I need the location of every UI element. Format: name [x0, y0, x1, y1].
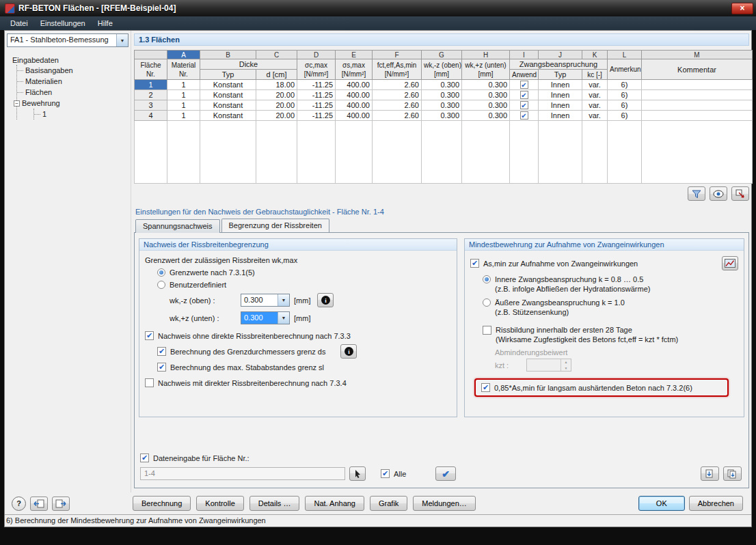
checkbox-icon[interactable]: ✔	[481, 383, 490, 392]
copy-settings-button[interactable]	[701, 466, 719, 481]
radio-icon[interactable]	[483, 275, 491, 283]
column-letter[interactable]: C	[256, 51, 297, 59]
radio-benutzerdefiniert[interactable]: Benutzerdefiniert	[157, 281, 451, 289]
cell-typ[interactable]: Konstant	[200, 111, 256, 121]
tree-item-materialien[interactable]: Materialien	[17, 76, 129, 87]
radio-icon[interactable]	[483, 298, 491, 307]
menu-datei[interactable]: Datei	[4, 18, 34, 29]
radio-icon[interactable]	[157, 268, 165, 277]
checkbox-icon[interactable]	[145, 378, 154, 387]
ok-button[interactable]: OK	[638, 496, 685, 511]
cell-material[interactable]: 1	[167, 111, 200, 121]
column-letter[interactable]: K	[582, 51, 608, 59]
cancel-button[interactable]: Abbrechen	[689, 496, 743, 511]
cell-typ[interactable]: Konstant	[200, 100, 256, 111]
cb-nachweis-ohne-direkte[interactable]: ✔ Nachweis ohne direkte Rissbreitenberec…	[145, 331, 451, 340]
cell-kc[interactable]: var.	[582, 111, 608, 121]
chevron-down-icon[interactable]: ▼	[278, 294, 289, 306]
collapse-icon[interactable]: −	[14, 100, 20, 107]
cell-nr[interactable]: 3	[135, 100, 167, 111]
cell-nr[interactable]: 4	[135, 111, 167, 121]
cb-dateneingabe[interactable]: ✔ Dateneingabe für Fläche Nr.:	[140, 453, 456, 462]
apply-button[interactable]: ✔	[435, 466, 456, 481]
column-letter[interactable]: D	[297, 51, 336, 59]
checkbox-icon[interactable]: ✔	[470, 259, 479, 268]
cell-wkz[interactable]: 0.300	[422, 90, 462, 100]
cb-stababstand[interactable]: ✔ Berechnung des max. Stababstandes gren…	[157, 363, 451, 372]
cell-sc[interactable]: -11.25	[297, 111, 336, 121]
cell-fct[interactable]: 2.60	[373, 90, 422, 100]
cb-alle[interactable]: ✔ Alle	[381, 469, 406, 478]
cell-d[interactable]: 20.00	[256, 90, 297, 100]
cell-ss[interactable]: 400.00	[336, 80, 373, 90]
column-letter[interactable]: A	[167, 51, 200, 59]
cell-fct[interactable]: 2.60	[373, 111, 422, 121]
chevron-down-icon[interactable]: ▼	[278, 312, 289, 324]
apply-to-all-button[interactable]	[723, 466, 742, 481]
checkbox-icon[interactable]: ✔	[157, 347, 166, 356]
tree-item-basisangaben[interactable]: Basisangaben	[17, 65, 129, 76]
cell-anwend[interactable]: ✔	[510, 100, 539, 111]
anwend-checkbox[interactable]: ✔	[520, 111, 528, 120]
cell-sc[interactable]: -11.25	[297, 80, 336, 90]
column-letter[interactable]: L	[608, 51, 642, 59]
cell-ss[interactable]: 400.00	[336, 100, 373, 111]
details-button[interactable]: Details …	[249, 496, 300, 511]
menu-hilfe[interactable]: Hilfe	[92, 18, 119, 29]
design-case-dropdown[interactable]: FA1 - Stahlbeton-Bemessung ▼	[7, 33, 129, 47]
cell-d[interactable]: 20.00	[256, 100, 297, 111]
kontrolle-button[interactable]: Kontrolle	[196, 496, 243, 511]
cell-material[interactable]: 1	[167, 90, 200, 100]
cell-kc[interactable]: var.	[582, 100, 608, 111]
surface-numbers-input[interactable]: 1-4	[140, 467, 345, 480]
cell-wkp[interactable]: 0.300	[462, 80, 510, 90]
column-letter[interactable]: I	[510, 51, 539, 59]
column-letter[interactable]: H	[462, 51, 510, 59]
cell-ss[interactable]: 400.00	[336, 111, 373, 121]
cell-komm[interactable]	[642, 90, 753, 100]
tree-item-bewehrung[interactable]: − Bewehrung	[17, 98, 129, 109]
column-letter[interactable]: F	[373, 51, 422, 59]
cell-komm[interactable]	[642, 111, 753, 121]
column-letter[interactable]: G	[422, 51, 462, 59]
cell-anm[interactable]: 6)	[608, 100, 642, 111]
cell-d[interactable]: 20.00	[256, 111, 297, 121]
cell-ss[interactable]: 400.00	[336, 90, 373, 100]
cell-anwend[interactable]: ✔	[510, 90, 539, 100]
checkbox-icon[interactable]: ✔	[157, 363, 166, 372]
column-letter[interactable]: J	[539, 51, 582, 59]
table-nav-back-button[interactable]	[30, 497, 48, 511]
radio-icon[interactable]	[157, 281, 165, 289]
filter-button[interactable]	[688, 186, 705, 201]
wk-unten-combobox[interactable]: 0.300 ▼	[241, 311, 290, 324]
checkbox-icon[interactable]: ✔	[381, 469, 390, 478]
checkbox-icon[interactable]	[483, 326, 491, 335]
cell-wkz[interactable]: 0.300	[422, 80, 462, 90]
anwend-checkbox[interactable]: ✔	[520, 101, 528, 109]
cell-sc[interactable]: -11.25	[297, 100, 336, 111]
cb-nachweis-direkt[interactable]: Nachweis mit direkter Rissbreitenberechn…	[145, 378, 451, 387]
cell-wkp[interactable]: 0.300	[462, 100, 510, 111]
cell-wkz[interactable]: 0.300	[422, 100, 462, 111]
cell-ztyp[interactable]: Innen	[539, 80, 582, 90]
cell-wkz[interactable]: 0.300	[422, 111, 462, 121]
meldungen-button[interactable]: Meldungen…	[413, 496, 475, 511]
berechnung-button[interactable]: Berechnung	[133, 496, 191, 511]
cell-komm[interactable]	[642, 100, 753, 111]
column-letter[interactable]: M	[642, 51, 753, 59]
cell-d[interactable]: 18.00	[256, 80, 297, 90]
pick-surfaces-button[interactable]	[349, 466, 366, 481]
column-letter[interactable]: B	[200, 51, 256, 59]
cell-wkp[interactable]: 0.300	[462, 90, 510, 100]
close-button[interactable]: ×	[731, 3, 753, 14]
cell-typ[interactable]: Konstant	[200, 80, 256, 90]
anwend-checkbox[interactable]: ✔	[520, 91, 528, 99]
radio-innere-zwang[interactable]: Innere Zwangsbeanspruchung k = 0.8 … 0.5…	[483, 275, 738, 294]
cell-komm[interactable]	[642, 80, 753, 90]
menu-einstellungen[interactable]: Einstellungen	[34, 18, 92, 29]
wk-oben-combobox[interactable]: 0.300 ▼	[241, 294, 290, 307]
cell-material[interactable]: 1	[167, 100, 200, 111]
cell-ztyp[interactable]: Innen	[539, 100, 582, 111]
chevron-down-icon[interactable]: ▼	[116, 34, 128, 46]
help-button[interactable]: ?	[12, 497, 26, 511]
